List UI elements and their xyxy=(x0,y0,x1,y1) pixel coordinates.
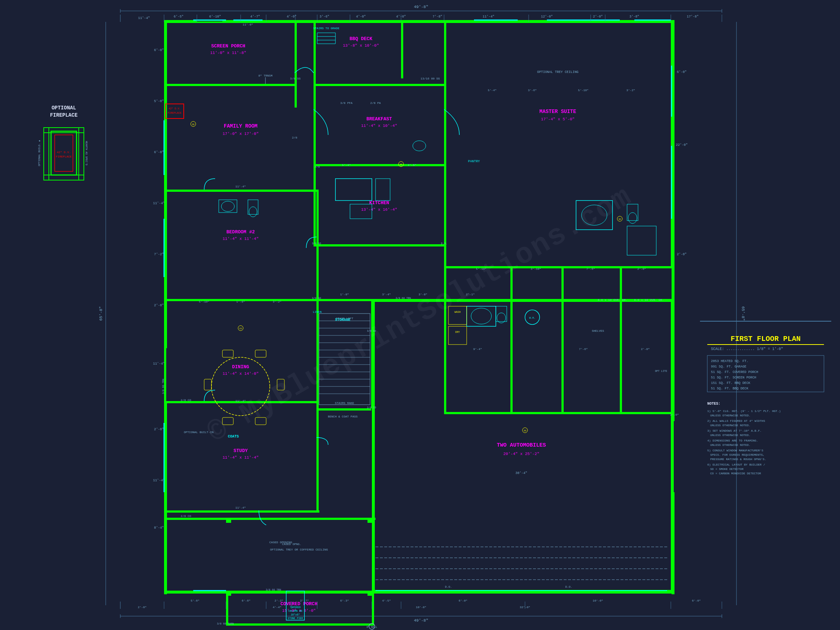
svg-text:D.O.: D.O. xyxy=(565,585,572,589)
svg-text:BBQ DECK: BBQ DECK xyxy=(350,36,373,41)
svg-text:UNLESS OTHERWISE NOTED.: UNLESS OTHERWISE NOTED. xyxy=(710,414,750,417)
svg-text:CO: CO xyxy=(239,327,242,330)
svg-text:OPT LITE: OPT LITE xyxy=(655,370,667,373)
svg-text:4'-0": 4'-0" xyxy=(287,15,297,19)
svg-text:11'-0": 11'-0" xyxy=(243,23,253,26)
svg-text:SD: SD xyxy=(618,218,621,221)
svg-text:51 SQ. FT. COVERED PORCH: 51 SQ. FT. COVERED PORCH xyxy=(711,370,758,374)
svg-text:3/8 PFA: 3/8 PFA xyxy=(340,101,352,105)
svg-text:42" D.V.: 42" D.V. xyxy=(169,107,181,110)
svg-text:17'-8": 17'-8" xyxy=(687,15,698,19)
svg-text:UNLESS OTHERWISE NOTED.: UNLESS OTHERWISE NOTED. xyxy=(710,424,750,427)
svg-text:11'-4": 11'-4" xyxy=(138,16,150,20)
svg-rect-26 xyxy=(314,20,316,86)
svg-text:STUDY: STUDY xyxy=(233,448,248,453)
svg-text:9'-4": 9'-4" xyxy=(473,347,482,351)
svg-text:HEARTH AS SPEC'D: HEARTH AS SPEC'D xyxy=(85,141,88,165)
svg-rect-52 xyxy=(444,412,674,414)
svg-text:5'-10": 5'-10" xyxy=(476,267,487,270)
svg-text:3'-10": 3'-10" xyxy=(531,267,542,270)
svg-text:UNLESS OTHERWISE NOTED.: UNLESS OTHERWISE NOTED. xyxy=(710,434,750,437)
svg-text:5'-0": 5'-0" xyxy=(154,99,164,103)
svg-text:DINING: DINING xyxy=(232,364,249,370)
svg-rect-47 xyxy=(316,299,371,301)
svg-rect-37 xyxy=(671,20,673,268)
svg-text:PANTRY: PANTRY xyxy=(468,160,480,163)
svg-text:11'-4" x 11'-4": 11'-4" x 11'-4" xyxy=(223,455,259,460)
svg-text:10'-8": 10'-8" xyxy=(416,606,426,609)
svg-text:CASED OPNG.: CASED OPNG. xyxy=(282,543,302,546)
svg-text:65'-8": 65'-8" xyxy=(99,306,103,321)
svg-text:3) SET WINDOWS AT 7'-10" A.B.F: 3) SET WINDOWS AT 7'-10" A.B.F. xyxy=(707,429,762,433)
svg-text:MASTER SUITE: MASTER SUITE xyxy=(540,109,576,114)
svg-text:11'-4": 11'-4" xyxy=(153,479,165,482)
svg-text:2'-2": 2'-2" xyxy=(275,599,283,602)
svg-rect-21 xyxy=(671,299,674,591)
svg-text:4'-7": 4'-7" xyxy=(250,15,260,19)
svg-text:2'-8": 2'-8" xyxy=(154,428,164,431)
svg-text:BENCH & COAT PASS: BENCH & COAT PASS xyxy=(328,415,358,418)
svg-text:5'-4": 5'-4" xyxy=(342,163,351,167)
svg-text:BEDROOM #2: BEDROOM #2 xyxy=(226,229,255,235)
svg-rect-180 xyxy=(226,518,231,523)
svg-text:20'-4" x 25'-2": 20'-4" x 25'-2" xyxy=(503,452,539,456)
svg-text:FIREPLACE: FIREPLACE xyxy=(56,155,71,158)
svg-rect-43 xyxy=(164,510,319,513)
svg-text:5'-4": 5'-4" xyxy=(488,88,497,92)
svg-text:3/8 GO: 3/8 GO xyxy=(312,242,321,245)
svg-text:2'-8": 2'-8" xyxy=(154,304,164,307)
svg-text:2/8 PA: 2/8 PA xyxy=(370,101,381,105)
svg-rect-27 xyxy=(401,20,403,78)
svg-text:17'-0" x 17'-0": 17'-0" x 17'-0" xyxy=(223,132,259,136)
svg-text:2/8 CO: 2/8 CO xyxy=(181,515,191,518)
svg-rect-28 xyxy=(314,84,316,164)
svg-text:3'-4": 3'-4" xyxy=(382,293,391,296)
svg-rect-183 xyxy=(368,591,373,596)
svg-text:151 SQ. FT. BBQ DECK: 151 SQ. FT. BBQ DECK xyxy=(711,381,751,385)
svg-text:NOTES:: NOTES: xyxy=(707,402,720,406)
svg-text:11'-0" x 11'-8": 11'-0" x 11'-8" xyxy=(210,51,246,55)
svg-text:3'-6": 3'-6" xyxy=(407,163,416,167)
svg-text:17'-4" x 5'-0": 17'-4" x 5'-0" xyxy=(541,117,575,122)
svg-text:3/8 60 TRN: 3/8 60 TRN xyxy=(396,297,411,300)
svg-text:6'-8": 6'-8" xyxy=(154,151,164,154)
svg-text:8'-4": 8'-4" xyxy=(154,526,164,530)
svg-text:1'-8": 1'-8" xyxy=(236,300,245,303)
svg-rect-49 xyxy=(316,408,371,411)
svg-text:STAIRS RAKE: STAIRS RAKE xyxy=(335,401,354,405)
svg-text:FIRST FLOOR PLAN: FIRST FLOOR PLAN xyxy=(731,335,801,343)
svg-text:2'-0": 2'-0" xyxy=(670,413,679,416)
svg-text:4'-0": 4'-0" xyxy=(356,15,366,19)
svg-text:3'-2": 3'-2" xyxy=(273,300,281,303)
svg-text:D.O.: D.O. xyxy=(445,585,452,589)
svg-text:49'-8": 49'-8" xyxy=(414,618,428,623)
svg-text:2/8 CO: 2/8 CO xyxy=(181,398,191,402)
svg-text:6'-6": 6'-6" xyxy=(242,599,251,602)
svg-rect-182 xyxy=(226,591,231,596)
svg-text:8" BALL: 8" BALL xyxy=(366,625,377,628)
svg-text:3/8 GO: 3/8 GO xyxy=(312,297,321,300)
svg-text:8-0 x 10 OVR. DR.: 8-0 x 10 OVR. DR. xyxy=(634,298,664,302)
svg-text:SPECS. FOR EGRESS REQUIREMENTS: SPECS. FOR EGRESS REQUIREMENTS, xyxy=(710,453,764,456)
svg-text:11'-4": 11'-4" xyxy=(153,202,165,205)
svg-rect-25 xyxy=(295,20,297,107)
svg-text:2'-0": 2'-0" xyxy=(677,253,687,256)
svg-text:1'-8": 1'-8" xyxy=(340,293,349,296)
svg-text:OPTIONAL BUILD. ▲: OPTIONAL BUILD. ▲ xyxy=(38,140,41,166)
svg-text:COATS: COATS xyxy=(228,434,239,439)
svg-text:51 SQ. FT. BBQ DECK: 51 SQ. FT. BBQ DECK xyxy=(711,387,748,390)
svg-rect-42 xyxy=(316,401,319,510)
svg-text:3/8 SG: 3/8 SG xyxy=(290,77,301,80)
svg-text:3/8 60 TURN: 3/8 60 TURN xyxy=(217,622,234,625)
blueprint-container: © MyBlueprintSolutions.com 49'-8" 49'-8"… xyxy=(0,0,840,630)
svg-text:6) ELECTRICAL LAYOUT BY BUILDE: 6) ELECTRICAL LAYOUT BY BUILDER / xyxy=(707,463,765,466)
svg-rect-35 xyxy=(444,20,446,268)
svg-rect-45 xyxy=(316,299,319,401)
svg-rect-51 xyxy=(510,266,513,412)
svg-text:5'-6": 5'-6" xyxy=(191,599,199,602)
svg-text:8-0 x 10 OVR. DR.: 8-0 x 10 OVR. DR. xyxy=(598,298,627,302)
svg-text:6'-5": 6'-5" xyxy=(174,15,183,19)
svg-text:8" TRNSM: 8" TRNSM xyxy=(259,74,273,77)
svg-text:SD: SD xyxy=(399,163,403,166)
svg-text:3/8 GO: 3/8 GO xyxy=(367,330,376,333)
